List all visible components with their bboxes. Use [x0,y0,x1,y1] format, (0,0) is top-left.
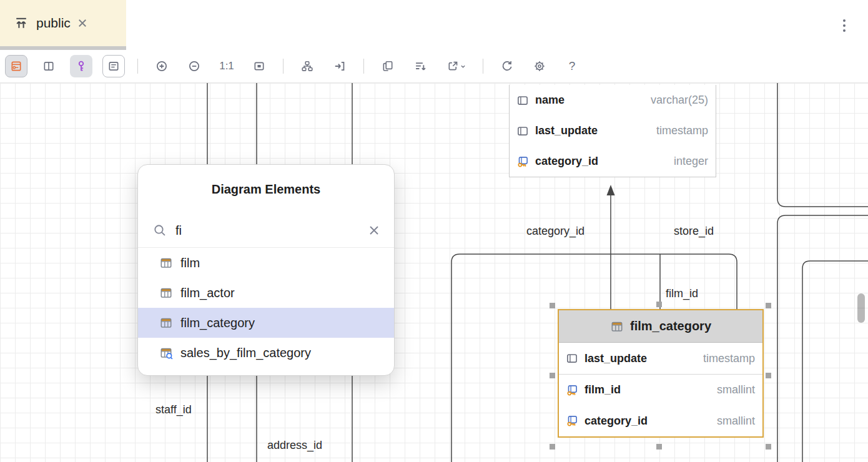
tab-close-icon[interactable] [78,19,87,27]
tab-public[interactable]: public [0,0,126,46]
key-column-icon [516,155,530,169]
zoom-out-button[interactable] [183,55,205,77]
layout-hierarchy-button[interactable] [296,55,318,77]
table-title: film_category [630,319,711,333]
selection-handle[interactable] [656,302,662,307]
selection-handle[interactable] [550,373,555,378]
sort-columns-button[interactable] [409,55,432,77]
list-item-film-actor[interactable]: film_actor [138,278,394,308]
edge-label-staff-id: staff_id [155,403,192,416]
help-button[interactable]: ? [561,55,583,77]
list-item-label: sales_by_film_category [180,346,311,360]
comment-toggle-button[interactable] [102,55,125,77]
jump-to-source-button[interactable] [328,55,351,77]
table-icon [159,316,173,330]
more-options-icon[interactable] [836,17,853,34]
app-window: public [0,0,868,462]
copy-button[interactable] [377,55,399,77]
vertical-scrollbar-thumb[interactable] [857,293,865,323]
column-row[interactable]: film_id smallint [559,374,762,405]
edge-label-film-id: film_id [666,287,698,300]
key-column-icon [565,414,579,428]
selection-handle[interactable] [766,373,771,378]
column-row[interactable]: name varchar(25) [510,85,716,115]
clear-search-icon[interactable] [369,225,379,235]
actual-size-button[interactable]: 1:1 [215,55,238,77]
toolbar-separator [137,59,138,74]
selection-handle[interactable] [550,303,555,308]
edge-label-category-id: category_id [526,225,584,238]
edge-label-address-id: address_id [267,439,322,452]
table-icon [159,286,173,300]
column-row[interactable]: last_update timestamp [559,343,762,374]
diagram-toolbar: 1:1 [0,50,868,83]
table-header[interactable]: film_category [559,310,762,343]
chevron-down-icon [460,64,466,69]
selection-handle[interactable] [656,444,662,450]
split-columns-toggle-button[interactable] [37,55,60,77]
zoom-in-button[interactable] [150,55,173,77]
table-icon [610,320,624,333]
search-icon [153,224,167,237]
settings-gear-icon[interactable] [528,55,551,77]
column-icon [516,94,530,107]
list-item-film-category[interactable]: film_category [138,308,394,338]
key-column-icon [565,383,579,397]
list-item-label: film_actor [180,286,235,300]
popup-title: Diagram Elements [138,165,394,214]
tab-bar: public [0,0,868,50]
search-input[interactable] [175,224,360,238]
fit-content-button[interactable] [248,55,270,77]
actual-size-label: 1:1 [219,60,234,72]
export-icon [446,60,459,72]
table-node-category[interactable]: name varchar(25) last_update timestamp [509,85,716,177]
refresh-button[interactable] [496,55,518,77]
diagram-elements-popup: Diagram Elements film [137,164,395,376]
selection-handle[interactable] [766,444,771,450]
view-icon [159,346,173,360]
arrow-up-head [607,185,615,195]
key-columns-toggle-button[interactable] [70,55,92,77]
column-row[interactable]: category_id smallint [559,405,762,436]
list-item-label: film_category [180,316,255,330]
popup-search-row [138,214,394,247]
export-diagram-button[interactable] [441,55,470,77]
list-item-film[interactable]: film [138,248,394,278]
toolbar-separator [363,59,364,74]
diagram-tab-icon [14,16,29,31]
table-properties-toggle-button[interactable] [5,55,27,77]
toolbar-separator [483,59,483,74]
table-icon [159,256,173,270]
table-node-film-category[interactable]: film_category last_update timestamp film… [558,309,764,438]
toolbar-separator [283,59,284,74]
column-row[interactable]: category_id integer [510,146,716,177]
column-icon [516,124,530,138]
tab-title: public [36,16,71,31]
selection-handle[interactable] [550,444,555,450]
column-icon [565,351,579,365]
list-item-sales-by-film-category[interactable]: sales_by_film_category [138,338,394,368]
selection-handle[interactable] [766,303,771,308]
help-icon: ? [569,59,576,73]
column-row[interactable]: last_update timestamp [510,115,716,146]
diagram-canvas[interactable]: category_id store_id film_id staff_id ad… [0,83,868,462]
list-item-label: film [180,256,200,270]
edge-label-store-id: store_id [674,225,714,238]
